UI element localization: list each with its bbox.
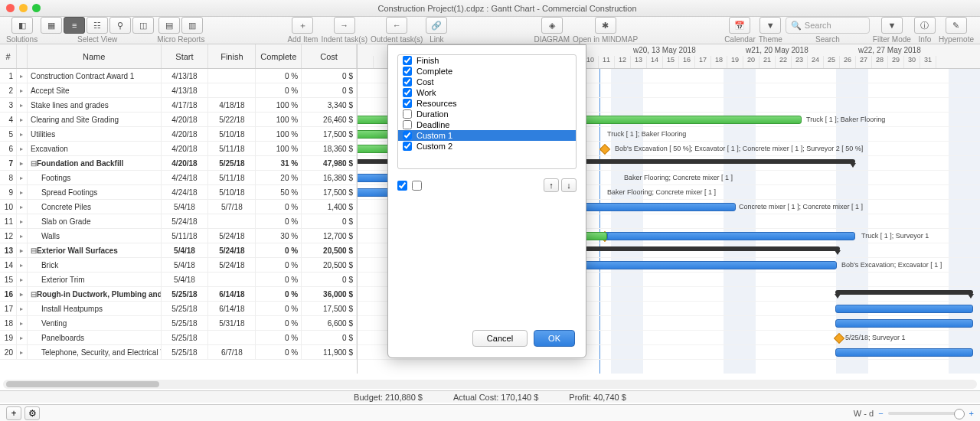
zoom-out-icon[interactable]: − <box>878 409 883 418</box>
table-row[interactable]: 16Rough-in Ductwork, Plumbing and Electr… <box>0 287 357 302</box>
cancel-button[interactable]: Cancel <box>472 330 528 347</box>
zoom-slider[interactable] <box>888 412 965 415</box>
gantt-bar[interactable] <box>607 232 855 240</box>
theme-button[interactable]: ▼ <box>760 17 781 34</box>
hypernote-button[interactable]: ✎ <box>946 17 967 34</box>
solutions-button[interactable]: ◧ <box>11 17 33 34</box>
bar-label: 5/25/18; Surveyor 1 <box>845 334 906 341</box>
column-option[interactable]: Work <box>398 87 576 98</box>
statusbar: Budget: 210,880 $ Actual Cost: 170,140 $… <box>0 390 980 403</box>
micro-2[interactable]: ▥ <box>181 17 203 34</box>
table-row[interactable]: 4Clearing and Site Grading4/20/185/22/18… <box>0 113 357 127</box>
column-option[interactable]: Finish <box>398 55 576 66</box>
table-row[interactable]: 10Concrete Piles5/4/185/7/180 %1,400 $ <box>0 200 357 214</box>
table-row[interactable]: 3Stake lines and grades4/17/184/18/18100… <box>0 98 357 113</box>
gantt-bar[interactable] <box>835 319 973 328</box>
view-4[interactable]: ⚲ <box>109 17 131 34</box>
column-option[interactable]: Complete <box>398 66 576 77</box>
bar-label: Bob's Excavation [ 50 %]; Excavator [ 1 … <box>615 145 863 152</box>
info-button[interactable]: ⓘ <box>914 17 936 34</box>
grid-header: # Name Start Finish Complete Cost <box>0 44 357 69</box>
h-scrollbar[interactable] <box>3 380 977 389</box>
column-option[interactable]: Deadline <box>398 119 576 130</box>
calendar-button[interactable]: 📅 <box>729 17 750 34</box>
filter-button[interactable]: ▼ <box>881 17 903 34</box>
search-icon: 🔍 <box>791 21 802 31</box>
view-3[interactable]: ☷ <box>87 17 108 34</box>
bottombar: + ⚙ W - d − + <box>0 404 980 421</box>
mindmap-button[interactable]: ✱ <box>595 17 616 34</box>
bar-label: Truck [ 1 ]; Baker Flooring <box>607 130 686 138</box>
zoom-icon[interactable] <box>32 4 41 12</box>
table-row[interactable]: 19Panelboards5/25/180 %0 $ <box>0 331 357 345</box>
table-row[interactable]: 12Walls5/11/185/24/1830 %12,700 $ <box>0 229 357 243</box>
column-option[interactable]: Resources <box>398 98 576 109</box>
column-option[interactable]: Custom 2 <box>398 141 576 152</box>
actual-label: Actual Cost: 170,140 $ <box>453 393 538 402</box>
outdent-button[interactable]: ← <box>386 17 407 34</box>
table-row[interactable]: 17Install Heatpumps5/25/186/14/180 %17,5… <box>0 302 357 316</box>
table-row[interactable]: 2Accept Site4/13/180 %0 $ <box>0 83 357 98</box>
profit-label: Profit: 40,740 $ <box>569 393 626 402</box>
link-button[interactable]: 🔗 <box>426 17 447 34</box>
table-row[interactable]: 14Brick5/4/185/24/180 %20,500 $ <box>0 258 357 273</box>
zoom-label: W - d <box>854 409 874 418</box>
table-row[interactable]: 11Slab on Grade5/24/180 %0 $ <box>0 214 357 229</box>
view-5[interactable]: ◫ <box>132 17 154 34</box>
indent-button[interactable]: → <box>334 17 355 34</box>
column-list[interactable]: FinishCompleteCostWorkResourcesDurationD… <box>397 54 577 169</box>
table-row[interactable]: 20Telephone, Security, and Electrical Wi… <box>0 345 357 360</box>
bar-label: Truck [ 1 ]; Baker Flooring <box>806 116 885 123</box>
window-title: Construction Project(1).cdpz : Gantt Cha… <box>41 4 974 13</box>
search-input[interactable]: 🔍Search <box>786 17 870 34</box>
table-row[interactable]: 18Venting5/25/185/31/180 %6,600 $ <box>0 316 357 331</box>
bar-label: Baker Flooring; Concrete mixer [ 1 ] <box>624 174 733 181</box>
micro-1[interactable]: ▤ <box>158 17 180 34</box>
column-option[interactable]: Custom 1 <box>398 130 576 141</box>
gantt-bar[interactable] <box>835 348 973 357</box>
view-2[interactable]: ≡ <box>64 17 85 34</box>
bar-label: Truck [ 1 ]; Surveyor 1 <box>861 232 929 240</box>
table-row[interactable]: 6Excavation4/20/185/11/18100 %18,360 $ <box>0 142 357 156</box>
sheet-settings-button[interactable]: ⚙ <box>24 406 40 420</box>
gantt-bar[interactable] <box>835 290 973 295</box>
check-none[interactable] <box>412 181 422 191</box>
add-sheet-button[interactable]: + <box>6 406 21 420</box>
table-row[interactable]: 5Utilities4/20/185/10/18100 %17,500 $ <box>0 127 357 142</box>
bar-label: Bob's Excavation; Excavator [ 1 ] <box>841 261 942 269</box>
ok-button[interactable]: OK <box>534 330 575 347</box>
table-row[interactable]: 15Exterior Trim5/4/180 %0 $ <box>0 273 357 287</box>
add-item-button[interactable]: ＋ <box>292 17 313 34</box>
titlebar: Construction Project(1).cdpz : Gantt Cha… <box>0 0 980 17</box>
diagram-button[interactable]: ◈ <box>541 17 563 34</box>
view-1[interactable]: ▦ <box>41 17 62 34</box>
column-option[interactable]: Duration <box>398 109 576 119</box>
close-icon[interactable] <box>6 4 15 12</box>
move-down-button[interactable]: ↓ <box>561 178 577 192</box>
bar-label: Concrete mixer [ 1 ]; Concrete mixer [ 1… <box>739 203 863 210</box>
check-all[interactable] <box>397 181 407 191</box>
move-up-button[interactable]: ↑ <box>544 178 559 192</box>
table-row[interactable]: 9Spread Footings4/24/185/10/1850 %17,500… <box>0 185 357 200</box>
toolbar: ◧Solutions ▦ ≡ ☷ ⚲ ◫ Select View ▤ ▥ Mic… <box>0 17 980 44</box>
budget-label: Budget: 210,880 $ <box>354 393 423 402</box>
column-option[interactable]: Cost <box>398 77 576 87</box>
bar-label: Baker Flooring; Concrete mixer [ 1 ] <box>607 188 716 196</box>
zoom-in-icon[interactable]: + <box>969 409 974 418</box>
table-row[interactable]: 1Construction Contract Award 14/13/180 %… <box>0 69 357 83</box>
column-chooser-dialog: FinishCompleteCostWorkResourcesDurationD… <box>387 44 586 358</box>
table-row[interactable]: 8Footings4/24/185/11/1820 %16,380 $ <box>0 171 357 185</box>
table-row[interactable]: 13Exterior Wall Surfaces5/4/185/24/180 %… <box>0 243 357 258</box>
gantt-bar[interactable] <box>835 305 973 313</box>
minimize-icon[interactable] <box>19 4 28 12</box>
task-grid: # Name Start Finish Complete Cost 1Const… <box>0 44 358 374</box>
table-row[interactable]: 7Foundation and Backfill4/20/185/25/1831… <box>0 156 357 171</box>
